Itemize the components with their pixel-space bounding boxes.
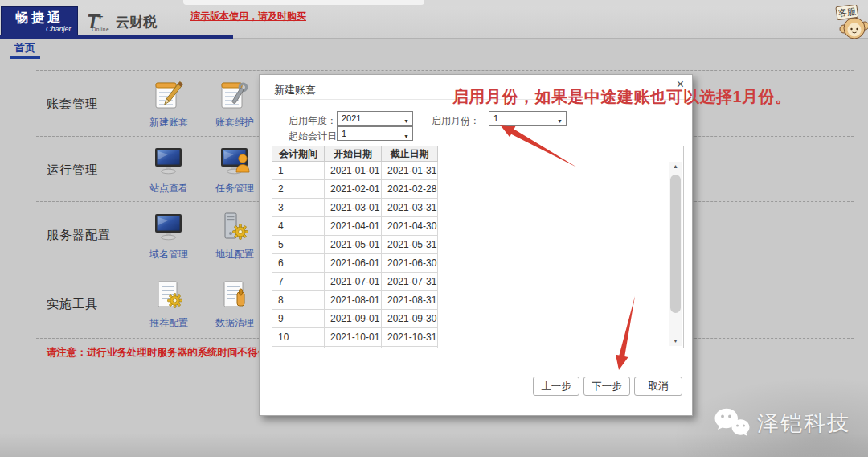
customer-service-mascot[interactable]: 客服 [829,5,868,42]
notepad-wrench-icon [218,79,252,111]
monitor-icon [152,145,186,177]
app-root: 畅捷通 Chanjet T+Online云财税 演示版本使用，请及时购买 客服 … [0,0,868,457]
group-label-implementation-tools: 实施工具 [47,297,98,312]
demo-version-notice-link[interactable]: 演示版本使用，请及时购买 [190,10,306,23]
table-row-partial [272,347,438,349]
start-year-label: 启用年度： [289,114,337,128]
group-label-run-management: 运行管理 [47,163,98,178]
brand-name-cn: 畅捷通 [2,10,77,27]
accounting-periods-table: 会计期间 开始日期 截止日期 12021-01-012021-01-31 220… [272,146,438,348]
group-label-server-config: 服务器配置 [47,228,111,243]
start-month-select[interactable]: 1 ▼ [489,111,567,126]
monitor-user-icon [218,145,252,177]
notepad-pencil-icon [152,79,186,111]
tab-home-underline [10,56,40,59]
next-step-button[interactable]: 下一步 [583,377,630,396]
table-row: 22021-02-012021-02-28 [272,180,438,199]
product-logo-plus: + [97,10,104,23]
start-year-select[interactable]: 2021 ▼ [337,111,413,126]
sidebar-item-site-view[interactable]: 站点查看 [135,145,203,196]
watermark: 泽铠科技 [714,406,850,440]
table-row: 92021-09-012021-09-30 [272,310,438,328]
column-header-start-date: 开始日期 [325,146,382,162]
product-name: 云财税 [116,14,157,30]
table-row: 102021-10-012021-10-31 [272,328,438,347]
sidebar-item-label: 域名管理 [135,248,203,261]
cancel-button[interactable]: 取消 [634,377,682,396]
header-accent-strip [0,35,233,39]
server-time-warning: 请注意：进行业务处理时服务器的系统时间不得修改！ [47,346,288,360]
dialog-title: 新建账套 [274,83,316,97]
sidebar-item-label: 站点查看 [135,182,203,196]
table-row: 12021-01-012021-01-31 [272,162,438,180]
chanjet-logo: 畅捷通 Chanjet [2,7,77,35]
table-row: 42021-04-012021-04-30 [272,217,438,236]
watermark-text: 泽铠科技 [757,409,850,438]
separator-line [36,70,854,71]
scrollbar-thumb[interactable] [670,175,681,313]
monitor-icon [152,211,186,243]
table-row: 82021-08-012021-08-31 [272,291,438,310]
table-row: 72021-07-012021-07-31 [272,273,438,291]
column-header-end-date: 截止日期 [382,146,438,162]
sidebar-item-recommended-config[interactable]: 推荐配置 [135,279,203,330]
table-row: 62021-06-012021-06-30 [272,254,438,273]
column-header-period: 会计期间 [272,146,325,162]
start-year-value: 2021 [342,113,361,123]
product-logo-online: Online [92,27,109,32]
table-row: 52021-05-012021-05-31 [272,236,438,254]
document-clean-icon [218,279,252,311]
accounting-periods-panel: 会计期间 开始日期 截止日期 12021-01-012021-01-31 220… [272,146,684,348]
sidebar-item-label: 新建账套 [135,116,203,130]
product-logo: T+Online云财税 [87,10,157,33]
tab-home[interactable]: 首页 [14,41,35,56]
group-label-account-management: 账套管理 [47,97,98,112]
start-day-select[interactable]: 1 ▼ [337,126,413,141]
mascot-icon: 客服 [829,5,868,42]
start-month-value: 1 [493,113,498,123]
chevron-down-icon: ▼ [557,115,563,128]
start-month-label: 启用月份： [432,114,480,128]
vertical-scrollbar[interactable]: ▲ ▼ [669,162,682,346]
new-account-set-dialog: 新建账套 × 启用年度： 2021 ▼ 启用月份： 1 ▼ 起始会计日： 1 ▼… [259,74,693,416]
server-gear-icon [218,211,252,243]
scrollbar-down-arrow[interactable]: ▼ [669,336,682,346]
scrollbar-up-arrow[interactable]: ▲ [669,162,682,171]
document-gear-icon [152,279,186,311]
table-row: 32021-03-012021-03-31 [272,199,438,217]
start-day-value: 1 [342,129,346,138]
sidebar-item-domain-management[interactable]: 域名管理 [135,211,203,261]
tutorial-annotation-text: 启用月份，如果是中途建账也可以选择1月份。 [452,86,792,108]
sidebar-item-label: 推荐配置 [135,316,203,330]
wechat-icon [714,406,751,440]
browser-edge-fragment [183,0,424,5]
prev-step-button[interactable]: 上一步 [533,377,579,396]
chevron-down-icon: ▼ [403,130,409,143]
sidebar-item-new-account-set[interactable]: 新建账套 [135,79,203,130]
